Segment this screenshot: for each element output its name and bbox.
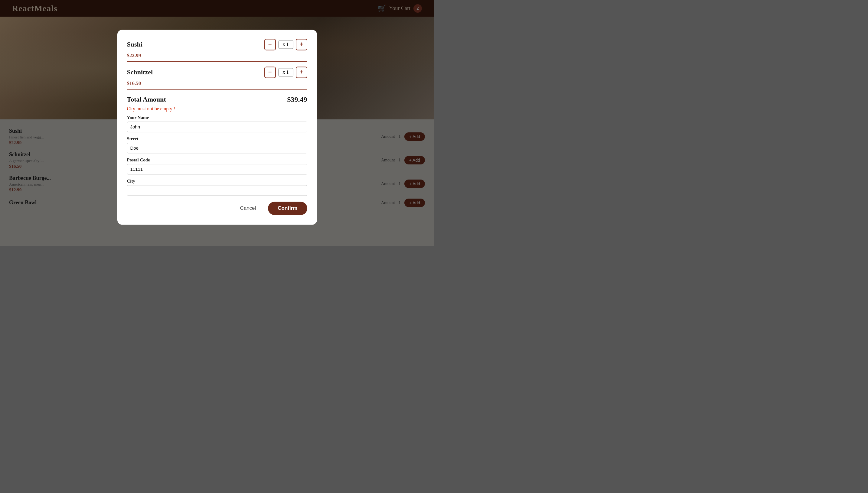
name-label: Your Name: [127, 115, 307, 120]
cancel-button[interactable]: Cancel: [235, 202, 261, 214]
qty-display-schnitzel: x 1: [278, 68, 293, 77]
cart-item-price-row: $22.99: [127, 52, 307, 59]
cart-item-schnitzel: Schnitzel − x 1 + $16.50: [127, 66, 307, 89]
total-amount: $39.49: [287, 95, 307, 104]
form-group-postal: Postal Code: [127, 157, 307, 174]
increase-qty-schnitzel[interactable]: +: [296, 66, 307, 78]
city-input[interactable]: [127, 185, 307, 196]
cart-item-name: Sushi: [127, 41, 142, 48]
cart-item-sushi: Sushi − x 1 + $22.99: [127, 39, 307, 62]
increase-qty-sushi[interactable]: +: [296, 39, 307, 50]
street-label: Street: [127, 136, 307, 142]
city-label: City: [127, 179, 307, 184]
cart-divider: [127, 61, 307, 62]
cart-item-controls: − x 1 +: [264, 39, 307, 50]
modal-actions: Cancel Confirm: [127, 201, 307, 215]
cart-divider: [127, 89, 307, 89]
total-label: Total Amount: [127, 95, 166, 103]
street-input[interactable]: [127, 143, 307, 153]
total-row: Total Amount $39.49: [127, 95, 307, 104]
cart-item-name: Schnitzel: [127, 68, 153, 76]
checkout-modal: Sushi − x 1 + $22.99 Schnitzel − x 1 + $…: [117, 29, 317, 224]
cart-item-controls: − x 1 +: [264, 66, 307, 78]
cart-item-price: $16.50: [127, 80, 141, 86]
cart-item-header: Sushi − x 1 +: [127, 39, 307, 50]
form-group-city: City: [127, 179, 307, 196]
error-message: City must not be empty !: [127, 106, 307, 111]
cart-item-price: $22.99: [127, 52, 141, 59]
form-group-name: Your Name: [127, 115, 307, 132]
cart-item-price-row: $16.50: [127, 80, 307, 86]
confirm-button[interactable]: Confirm: [268, 201, 307, 215]
cart-item-header: Schnitzel − x 1 +: [127, 66, 307, 78]
qty-display-sushi: x 1: [278, 40, 293, 49]
decrease-qty-schnitzel[interactable]: −: [264, 66, 276, 78]
postal-label: Postal Code: [127, 157, 307, 163]
form-group-street: Street: [127, 136, 307, 153]
name-input[interactable]: [127, 122, 307, 132]
decrease-qty-sushi[interactable]: −: [264, 39, 276, 50]
postal-input[interactable]: [127, 164, 307, 174]
